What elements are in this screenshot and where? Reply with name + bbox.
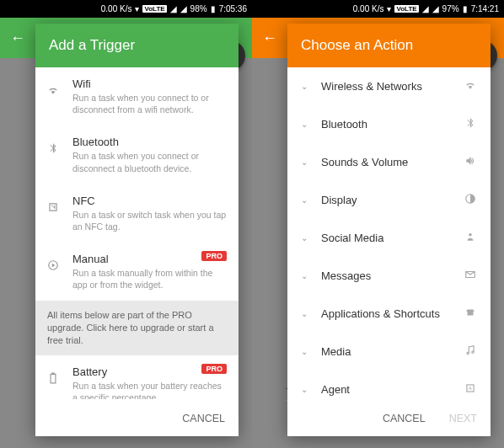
chevron-down-icon: ⌄ — [301, 233, 309, 243]
battery-icon: ▮ — [463, 4, 468, 13]
music-icon — [464, 344, 477, 359]
action-label: Wireless & Networks — [321, 80, 452, 93]
trigger-item-manual[interactable]: PROManualRun a task manually from within… — [35, 243, 239, 301]
bt-icon — [47, 136, 62, 173]
battery-pct: 98% — [190, 4, 207, 13]
chevron-down-icon: ⌄ — [301, 271, 309, 280]
android-icon — [464, 307, 477, 321]
action-label: Messages — [321, 269, 452, 282]
signal-icon: ◢ — [180, 4, 187, 13]
cancel-button[interactable]: CANCEL — [182, 413, 225, 424]
action-label: Media — [321, 345, 452, 358]
action-item[interactable]: ⌄Wireless & Networks — [287, 67, 491, 105]
sound-icon — [464, 155, 477, 169]
action-item[interactable]: ⌄Display — [287, 181, 491, 219]
add-trigger-dialog: Add a Trigger WifiRun a task when you co… — [35, 24, 239, 436]
wifi-icon: ▾ — [135, 4, 139, 13]
trigger-desc: Run a task manually from within the app … — [72, 267, 227, 291]
action-label: Social Media — [321, 232, 452, 244]
trigger-item-bluetooth[interactable]: BluetoothRun a task when you connect or … — [35, 125, 239, 184]
battery-icon — [47, 365, 62, 399]
battery-icon: ▮ — [211, 4, 216, 13]
trigger-title: Wifi — [72, 77, 227, 90]
back-icon[interactable]: ← — [262, 29, 277, 47]
pro-badge: PRO — [201, 364, 227, 374]
volte-badge: VoLTE — [394, 5, 418, 13]
action-item[interactable]: ⌄Media — [287, 333, 491, 371]
chevron-down-icon: ⌄ — [301, 195, 309, 205]
trigger-item-wifi[interactable]: WifiRun a task when you connect to or di… — [35, 67, 239, 125]
trigger-title: NFC — [72, 195, 227, 207]
action-item[interactable]: ⌄AgentA — [287, 371, 491, 399]
upgrade-notice[interactable]: All items below are part of the PRO upgr… — [35, 301, 239, 355]
back-icon[interactable]: ← — [10, 29, 25, 47]
next-button[interactable]: NEXT — [449, 413, 477, 424]
clock: 7:05:36 — [219, 4, 247, 13]
chevron-down-icon: ⌄ — [301, 347, 309, 356]
net-speed: 0.00 K/s — [353, 4, 384, 13]
social-icon — [464, 231, 477, 245]
action-item[interactable]: ⌄Bluetooth — [287, 105, 491, 143]
trigger-desc: Run a task when you connect to or discon… — [72, 92, 227, 115]
trigger-desc: Run a task or switch task when you tap a… — [72, 209, 227, 232]
chevron-down-icon: ⌄ — [301, 120, 309, 129]
clock: 7:14:21 — [471, 4, 499, 13]
volte-badge: VoLTE — [142, 5, 166, 13]
chevron-down-icon: ⌄ — [301, 157, 309, 167]
status-bar: 0.00 K/s ▾ VoLTE ◢ ◢ 97% ▮ 7:14:21 — [252, 0, 504, 18]
msg-icon — [464, 269, 477, 283]
battery-pct: 97% — [442, 4, 459, 13]
trigger-desc: Run a task when your battery reaches a s… — [72, 380, 227, 399]
svg-text:A: A — [469, 386, 472, 391]
trigger-item-battery[interactable]: PROBatteryRun a task when your battery r… — [35, 355, 239, 399]
signal-icon: ◢ — [432, 4, 439, 13]
action-item[interactable]: ⌄Social Media — [287, 219, 491, 257]
action-label: Display — [321, 194, 452, 206]
cancel-button[interactable]: CANCEL — [383, 413, 426, 424]
action-item[interactable]: ⌄Applications & Shortcuts — [287, 295, 491, 333]
chevron-down-icon: ⌄ — [301, 82, 309, 91]
play-icon — [47, 253, 62, 291]
dialog-title: Choose an Action — [287, 24, 491, 67]
action-label: Applications & Shortcuts — [321, 307, 452, 320]
dialog-title: Add a Trigger — [35, 24, 239, 67]
action-label: Sounds & Volume — [321, 156, 452, 168]
svg-point-3 — [469, 233, 472, 237]
action-label: Agent — [321, 383, 452, 396]
chevron-down-icon: ⌄ — [301, 309, 309, 318]
action-item[interactable]: ⌄Messages — [287, 257, 491, 295]
trigger-item-nfc[interactable]: NFCRun a task or switch task when you ta… — [35, 184, 239, 243]
choose-action-dialog: Choose an Action ⌄Wireless & Networks⌄Bl… — [287, 24, 491, 436]
wifi-icon — [464, 79, 477, 93]
wifi-icon — [47, 77, 62, 115]
signal-icon: ◢ — [170, 4, 177, 13]
nfc-icon — [47, 195, 62, 232]
bt-icon — [464, 117, 477, 131]
agent-icon: A — [464, 382, 477, 397]
signal-icon: ◢ — [422, 4, 429, 13]
trigger-desc: Run a task when you connect or disconnec… — [72, 150, 227, 173]
wifi-icon: ▾ — [387, 4, 391, 13]
trigger-title: Bluetooth — [72, 136, 227, 148]
action-item[interactable]: ⌄Sounds & Volume — [287, 143, 491, 181]
action-label: Bluetooth — [321, 118, 452, 131]
status-bar: 0.00 K/s ▾ VoLTE ◢ ◢ 98% ▮ 7:05:36 — [0, 0, 252, 18]
pro-badge: PRO — [201, 251, 227, 261]
chevron-down-icon: ⌄ — [301, 385, 309, 394]
bright-icon — [464, 193, 477, 207]
net-speed: 0.00 K/s — [101, 4, 132, 13]
